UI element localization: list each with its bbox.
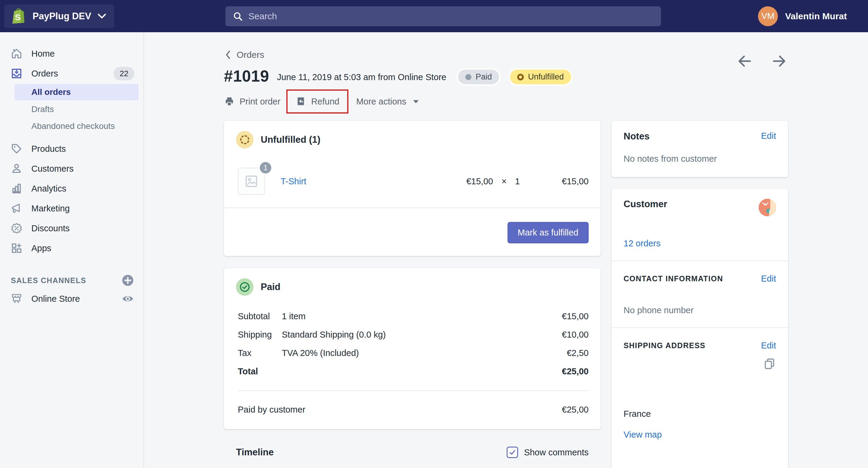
unfulfilled-status-icon xyxy=(236,131,253,148)
chevron-down-icon xyxy=(97,13,106,19)
sidebar-item-products[interactable]: Products xyxy=(0,139,144,159)
add-sales-channel-button[interactable] xyxy=(121,274,134,287)
view-map-link[interactable]: View map xyxy=(624,430,662,440)
breadcrumb[interactable]: Orders xyxy=(224,50,264,60)
store-switcher[interactable]: S PayPlug DEV xyxy=(4,4,114,28)
sidebar: Home Orders 22 All orders Drafts Abandon… xyxy=(0,32,144,468)
sales-channels-label: SALES CHANNELS xyxy=(11,276,86,285)
sidebar-item-label: Apps xyxy=(31,243,51,253)
printer-icon xyxy=(224,96,235,107)
sidebar-item-discounts[interactable]: Discounts xyxy=(0,218,144,238)
orders-count-badge: 22 xyxy=(114,67,134,80)
mark-as-fulfilled-button[interactable]: Mark as fulfilled xyxy=(507,222,589,243)
sidebar-item-label: Discounts xyxy=(31,224,70,233)
sidebar-subitem-abandoned-checkouts[interactable]: Abandoned checkouts xyxy=(0,118,144,135)
user-name: Valentin Murat xyxy=(785,11,847,22)
sidebar-item-apps[interactable]: Apps xyxy=(0,238,144,258)
store-name: PayPlug DEV xyxy=(33,11,91,22)
quantity: 1 xyxy=(515,176,520,187)
show-comments-toggle[interactable]: Show comments xyxy=(507,446,589,458)
payment-card-title: Paid xyxy=(261,281,280,293)
notes-empty-text: No notes from customer xyxy=(624,154,776,164)
title-row: #1019 June 11, 2019 at 5:03 am from Onli… xyxy=(224,66,788,86)
contact-information-section: CONTACT INFORMATION Edit No phone number xyxy=(612,261,788,327)
multiply-sign: × xyxy=(501,176,507,187)
search-bar xyxy=(225,6,661,26)
totals-row-tax: Tax TVA 20% (Included) €2,50 xyxy=(238,348,589,358)
paid-status-badge: Paid xyxy=(457,68,501,86)
sidebar-subitem-all-orders[interactable]: All orders xyxy=(14,84,138,100)
discounts-icon xyxy=(10,222,23,235)
customer-orders-link[interactable]: 12 orders xyxy=(624,238,776,248)
copy-address-icon[interactable] xyxy=(763,357,776,370)
sidebar-item-label: Analytics xyxy=(31,184,66,194)
refund-button[interactable]: Refund xyxy=(286,90,348,113)
previous-order-arrow-icon[interactable] xyxy=(738,55,752,68)
quantity-badge: 1 xyxy=(258,161,273,175)
order-header: Orders #1019 June 11, 2019 at 5:03 am fr… xyxy=(224,32,788,113)
unfulfilled-ring-icon xyxy=(517,74,524,80)
next-order-arrow-icon[interactable] xyxy=(772,55,786,68)
paid-status-icon xyxy=(236,278,253,296)
sidebar-item-marketing[interactable]: Marketing xyxy=(0,198,144,218)
line-total: €15,00 xyxy=(520,176,589,187)
unfulfilled-status-badge: Unfulfilled xyxy=(508,68,572,86)
sidebar-item-label: Customers xyxy=(31,164,73,174)
view-store-eye-icon[interactable] xyxy=(121,292,134,305)
refund-receipt-icon xyxy=(296,96,306,107)
sidebar-subitem-drafts[interactable]: Drafts xyxy=(0,101,144,118)
show-comments-label: Show comments xyxy=(524,447,589,458)
paid-by-customer-row: Paid by customer €25,00 xyxy=(224,391,601,429)
totals-row-subtotal: Subtotal 1 item €15,00 xyxy=(238,311,589,321)
line-item: 1 T-Shirt €15,00 × 1 €15,00 xyxy=(224,156,601,207)
sidebar-item-orders[interactable]: Orders 22 xyxy=(0,64,144,83)
customers-icon xyxy=(10,162,23,175)
show-comments-checkbox[interactable] xyxy=(507,446,518,458)
notes-card: Notes Edit No notes from customer xyxy=(612,121,788,177)
customer-card: Customer xyxy=(612,189,788,468)
search-icon xyxy=(233,11,243,22)
fulfillment-card-title: Unfulfilled (1) xyxy=(261,134,320,145)
sidebar-item-online-store[interactable]: Online Store xyxy=(0,289,144,309)
analytics-icon xyxy=(10,182,23,195)
apps-grid-icon xyxy=(10,242,23,255)
payment-card: Paid Subtotal 1 item €15,00 Shipping Sta… xyxy=(224,268,601,429)
customer-avatar xyxy=(758,199,776,216)
orders-subnav: All orders Drafts Abandoned checkouts xyxy=(0,84,144,135)
edit-contact-link[interactable]: Edit xyxy=(761,274,776,284)
sidebar-item-label: Products xyxy=(31,144,66,154)
shipping-address-section: SHIPPING ADDRESS Edit France View map xyxy=(612,328,788,452)
order-meta: June 11, 2019 at 5:03 am from Online Sto… xyxy=(277,72,446,82)
edit-notes-link[interactable]: Edit xyxy=(761,131,776,141)
page-title: #1019 xyxy=(224,67,269,85)
sidebar-item-home[interactable]: Home xyxy=(0,44,144,64)
avatar: VM xyxy=(758,6,778,26)
timeline-section: Timeline Show comments xyxy=(224,446,601,468)
sidebar-item-label: Home xyxy=(31,49,55,59)
search-input[interactable] xyxy=(248,11,654,22)
home-icon xyxy=(10,47,23,60)
breadcrumb-label: Orders xyxy=(237,50,264,60)
topbar: S PayPlug DEV VM Valentin Murat xyxy=(0,0,868,32)
edit-shipping-link[interactable]: Edit xyxy=(761,341,776,350)
orders-icon xyxy=(10,67,23,80)
product-link[interactable]: T-Shirt xyxy=(281,176,306,187)
unit-price: €15,00 xyxy=(454,176,493,187)
sidebar-item-customers[interactable]: Customers xyxy=(0,159,144,178)
svg-text:S: S xyxy=(15,12,21,22)
timeline-title: Timeline xyxy=(236,447,274,458)
print-order-button[interactable]: Print order xyxy=(224,91,280,112)
sidebar-item-label: Marketing xyxy=(31,204,70,213)
caret-down-icon xyxy=(412,99,420,104)
shipping-address-title: SHIPPING ADDRESS xyxy=(624,341,706,350)
notes-title: Notes xyxy=(624,131,650,142)
more-actions-button[interactable]: More actions xyxy=(356,91,420,112)
sidebar-item-analytics[interactable]: Analytics xyxy=(0,178,144,198)
paid-dot-icon xyxy=(465,74,471,80)
totals-row-shipping: Shipping Standard Shipping (0.0 kg) €10,… xyxy=(238,330,589,340)
totals-row-total: Total €25,00 xyxy=(238,367,589,376)
user-menu[interactable]: VM Valentin Murat xyxy=(758,0,847,32)
back-chevron-icon xyxy=(224,50,232,60)
no-phone-text: No phone number xyxy=(624,305,776,315)
customer-title: Customer xyxy=(624,199,667,210)
